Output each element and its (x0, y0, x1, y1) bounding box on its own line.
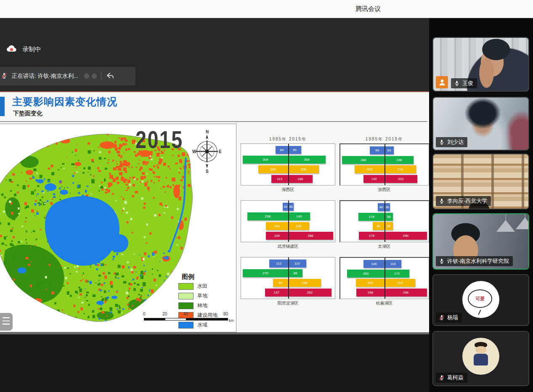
left-half: 176 (340, 232, 385, 240)
left-half: 142 (340, 175, 385, 183)
watermark (81, 72, 100, 81)
svg-text:S: S (206, 169, 209, 174)
bar-value-label: 286 (308, 234, 313, 238)
left-half: 99 (340, 146, 385, 154)
bar-1985年: 112 (269, 260, 288, 268)
participant-tile-王俊[interactable]: 王俊 (432, 37, 529, 92)
bar-1985年: 137 (265, 289, 288, 297)
recording-indicator: 录制中 (6, 44, 41, 54)
bar-value-label: 137 (274, 291, 279, 294)
left-half: 288 (340, 156, 385, 164)
chart-center-axis (385, 144, 385, 185)
legend-item: 旱地 (178, 292, 231, 299)
participant-namebar: 杨瑞 (436, 313, 462, 323)
chart-plot-area: 8490304254200208113166 (241, 143, 335, 185)
bar-value-label: 198 (368, 291, 373, 294)
chart-plot-area: 3336258140140135140286 (241, 200, 335, 242)
slide-subtitle: 下垫面变化 (13, 110, 42, 117)
bar-value-label: 260 (363, 272, 369, 275)
tornado-chart-1: 1985年 2015年8490304254200208113166湖西区 (241, 136, 335, 193)
bar-2015年: 118 (385, 260, 401, 268)
left-half: 178 (340, 213, 385, 221)
bar-value-label: 88 (293, 271, 297, 275)
right-half: 110 (288, 260, 335, 268)
cloud-record-icon (6, 44, 17, 54)
right-half: 135 (288, 222, 335, 230)
bar-1985年: 260 (347, 270, 385, 278)
reply-arrow-icon[interactable] (106, 72, 115, 81)
participant-tile-杨瑞[interactable]: 可爱杨瑞 (432, 274, 529, 326)
pendant-lamp-icon (516, 217, 529, 229)
participant-name: 许钦-南京水利科学研究院 (447, 257, 509, 265)
bar-value-label: 262 (307, 291, 313, 294)
bar-value-label: 36 (289, 205, 293, 209)
chart-region-label: 太湖区 (339, 244, 429, 249)
bar-value-label: 113 (277, 177, 282, 181)
bar-value-label: 198 (396, 158, 402, 162)
background-area (0, 334, 429, 392)
left-half: 90 (241, 279, 288, 287)
chart-center-axis (385, 201, 385, 242)
chart-center-axis (288, 257, 289, 299)
window-titlebar: 腾讯会议 (0, 0, 533, 18)
lamp-stem (505, 214, 506, 221)
mic-icon (439, 258, 445, 264)
left-half: 80 (340, 222, 385, 230)
participant-tile-许钦-南京水利科学研究院[interactable]: 许钦-南京水利科学研究院 (432, 213, 529, 270)
app-title: 腾讯会议 (355, 5, 381, 13)
right-half: 58 (385, 222, 429, 230)
bar-1985年: 304 (243, 156, 288, 164)
bar-1985年: 198 (356, 289, 385, 297)
bar-2015年: 166 (288, 175, 313, 183)
bar-value-label: 172 (394, 272, 400, 275)
map-year-label: 2015 (135, 126, 183, 154)
right-half: 198 (288, 279, 335, 287)
bar-value-label: 118 (390, 262, 396, 266)
bar-value-label: 90 (293, 148, 297, 152)
bar-value-label: 178 (369, 215, 374, 219)
chart-plot-area: 4636178588058176290 (339, 200, 429, 242)
bar-value-label: 296 (403, 291, 408, 294)
left-half: 140 (241, 232, 288, 240)
participants-panel: 王俊刘少达李向应-西北大学许钦-南京水利科学研究院可爱杨瑞葛柯焱 (429, 18, 533, 392)
chart-plot-area: 9963288198203214142222 (339, 143, 429, 185)
right-half: 88 (288, 269, 335, 277)
bar-2015年: 58 (385, 213, 393, 221)
bar-2015年: 262 (288, 289, 332, 297)
chart-center-axis (288, 144, 289, 185)
bar-2015年: 198 (288, 279, 321, 287)
legend-swatch (178, 302, 194, 309)
title-rule (0, 121, 427, 122)
active-speaker-bar[interactable]: 正在讲话: 许钦-南京水利... (0, 67, 135, 85)
chart-center-axis (288, 201, 289, 242)
chart-region-label: 杭嘉湖区 (339, 300, 429, 306)
participant-tile-刘少达[interactable]: 刘少达 (432, 97, 529, 151)
bar-value-label: 288 (361, 158, 366, 162)
bar-value-label: 208 (300, 167, 306, 171)
scale-unit: km (229, 318, 234, 323)
bar-1985年: 258 (247, 212, 288, 220)
bar-2015年: 254 (288, 156, 326, 164)
map-legend-title: 图例 (182, 273, 231, 281)
bar-2015年: 290 (385, 232, 427, 240)
right-half: 214 (385, 279, 429, 287)
legend-swatch (178, 293, 194, 299)
bar-value-label: 58 (387, 215, 391, 219)
participant-tile-李向应-西北大学[interactable]: 李向应-西北大学 (432, 154, 529, 209)
bar-value-label: 142 (371, 177, 377, 181)
divider (101, 72, 101, 80)
legend-item: 水田 (178, 283, 231, 290)
title-accent-bar (0, 97, 5, 116)
bar-value-label: 80 (377, 224, 381, 228)
participant-namebar: 葛柯焱 (436, 373, 467, 383)
scale-tick: 20 (162, 312, 167, 316)
chart-plot-area: 146118260172200214198296 (339, 257, 429, 299)
bar-1985年: 99 (370, 146, 385, 154)
panel-handle-icon[interactable] (0, 313, 13, 331)
bar-2015年: 214 (385, 279, 415, 287)
participant-tile-葛柯焱[interactable]: 葛柯焱 (432, 331, 529, 386)
mic-muted-icon (439, 375, 445, 381)
bar-1985年: 203 (355, 165, 385, 173)
bar-value-label: 258 (265, 215, 270, 218)
legend-label: 水田 (197, 283, 207, 290)
